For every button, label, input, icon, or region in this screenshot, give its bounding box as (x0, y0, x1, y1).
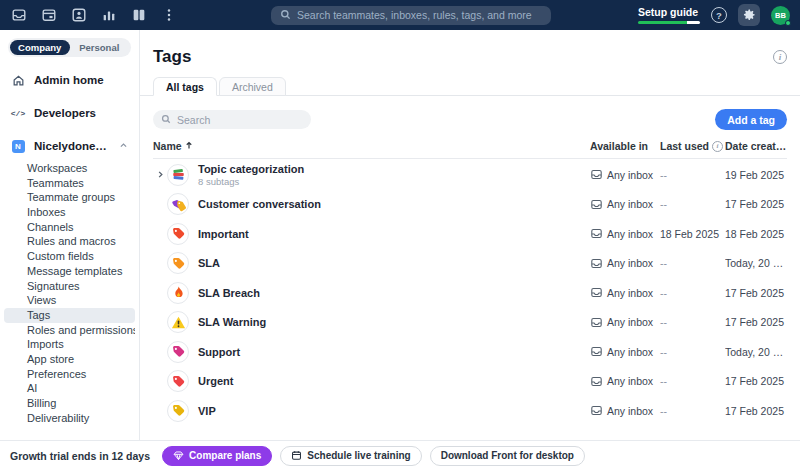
date-created-cell: 18 Feb 2025 (725, 228, 787, 240)
contacts-icon[interactable] (70, 7, 87, 24)
sidebar-item-workspaces[interactable]: Workspaces (4, 161, 135, 176)
available-in-cell: Any inbox (590, 404, 660, 417)
sidebar-item-signatures[interactable]: Signatures (4, 279, 135, 294)
tab-all-tags[interactable]: All tags (153, 77, 217, 96)
last-used-cell: -- (660, 287, 725, 299)
sidebar-item-imports[interactable]: Imports (4, 337, 135, 352)
date-created-cell: 19 Feb 2025 (725, 169, 787, 181)
table-row[interactable]: Topic categorization8 subtagsAny inbox--… (153, 160, 787, 190)
gear-icon[interactable] (738, 4, 760, 26)
workspace-badge: N (11, 139, 25, 153)
sidebar-item-teammates[interactable]: Teammates (4, 176, 135, 191)
books-icon (167, 164, 189, 186)
sidebar-item-ai[interactable]: AI (4, 381, 135, 396)
sidebar-item-rules-and-macros[interactable]: Rules and macros (4, 234, 135, 249)
tag-icon (167, 341, 189, 363)
sidebar-item-admin-home[interactable]: Admin home (0, 70, 139, 90)
tag-name: Important (198, 228, 249, 240)
toggle-company[interactable]: Company (10, 40, 70, 55)
app-window: Search teammates, inboxes, rules, tags, … (0, 0, 800, 470)
global-search-input[interactable]: Search teammates, inboxes, rules, tags, … (271, 6, 551, 25)
available-in-cell: Any inbox (590, 227, 660, 240)
available-in-cell: Any inbox (590, 375, 660, 388)
tag-name: Support (198, 346, 240, 358)
table-row[interactable]: SLA WarningAny inbox--17 Feb 2025 (153, 308, 787, 338)
sidebar-item-tags[interactable]: Tags (4, 308, 135, 323)
sidebar-item-app-store[interactable]: App store (4, 352, 135, 367)
table-row[interactable]: Customer conversationAny inbox--17 Feb 2… (153, 190, 787, 220)
sidebar-item-label: Developers (34, 107, 96, 119)
avatar[interactable]: BB (771, 6, 790, 25)
column-header-date-created[interactable]: Date created (725, 140, 787, 152)
sidebar-item-custom-fields[interactable]: Custom fields (4, 249, 135, 264)
global-search-placeholder: Search teammates, inboxes, rules, tags, … (297, 9, 532, 21)
online-status-dot (785, 20, 791, 26)
available-in-cell: Any inbox (590, 198, 660, 211)
table-row[interactable]: ImportantAny inbox18 Feb 202518 Feb 2025 (153, 219, 787, 249)
table-row[interactable]: SLA BreachAny inbox--17 Feb 2025 (153, 278, 787, 308)
add-tag-button[interactable]: Add a tag (715, 109, 787, 130)
info-icon[interactable]: i (773, 50, 787, 64)
calendar-icon[interactable] (40, 7, 57, 24)
available-in-cell: Any inbox (590, 345, 660, 358)
table-row[interactable]: SLAAny inbox--Today, 20 Feb… (153, 249, 787, 279)
footer-buttons: Compare plansSchedule live trainingDownl… (162, 446, 585, 466)
last-used-cell: -- (660, 405, 725, 417)
tag-name: VIP (198, 405, 216, 417)
setup-guide-button[interactable]: Setup guide (638, 6, 700, 24)
analytics-icon[interactable] (100, 7, 117, 24)
sidebar-workspace-header[interactable]: N Nicelydone Wor... (0, 136, 139, 156)
tag-name: SLA Warning (198, 316, 266, 328)
last-used-cell: 18 Feb 2025 (660, 228, 725, 240)
schedule-live-training-button[interactable]: Schedule live training (280, 446, 421, 466)
help-icon[interactable]: ? (711, 7, 727, 23)
sidebar-item-deliverability[interactable]: Deliverability (4, 411, 135, 426)
more-icon[interactable] (160, 7, 177, 24)
tag-icon (167, 223, 189, 245)
sidebar-item-channels[interactable]: Channels (4, 220, 135, 235)
table-row[interactable]: VIPAny inbox--17 Feb 2025 (153, 396, 787, 426)
sidebar-item-developers[interactable]: </> Developers (0, 103, 139, 123)
sidebar-item-views[interactable]: Views (4, 293, 135, 308)
sidebar-item-message-templates[interactable]: Message templates (4, 264, 135, 279)
inbox-icon (590, 257, 603, 270)
row-expander[interactable] (153, 170, 167, 179)
trial-countdown-text: Growth trial ends in 12 days (10, 450, 150, 462)
available-in-cell: Any inbox (590, 168, 660, 181)
sidebar-item-inboxes[interactable]: Inboxes (4, 205, 135, 220)
sort-arrow-up-icon (185, 140, 193, 152)
last-used-cell: -- (660, 375, 725, 387)
column-header-last-used[interactable]: Last used (660, 140, 709, 152)
fire-icon (167, 282, 189, 304)
button-label: Download Front for desktop (441, 450, 574, 461)
download-front-for-desktop-button[interactable]: Download Front for desktop (430, 446, 585, 466)
table-row[interactable]: UrgentAny inbox--17 Feb 2025 (153, 367, 787, 397)
tags-search-placeholder: Search (177, 114, 210, 126)
tab-archived[interactable]: Archived (219, 77, 286, 96)
date-created-cell: Today, 20 Feb… (725, 346, 787, 358)
column-header-available-in[interactable]: Available in (590, 140, 648, 152)
home-icon (11, 73, 25, 87)
toggle-personal[interactable]: Personal (70, 40, 130, 55)
inbox-icon (590, 168, 603, 181)
button-label: Compare plans (189, 450, 261, 461)
compare-plans-button[interactable]: Compare plans (162, 446, 272, 466)
sidebar-item-teammate-groups[interactable]: Teammate groups (4, 190, 135, 205)
tags-table-body: Topic categorization8 subtagsAny inbox--… (153, 160, 787, 426)
main-content: Tags i All tags Archived Search Add a ta… (140, 30, 800, 440)
warning-icon (167, 311, 189, 333)
sidebar-item-preferences[interactable]: Preferences (4, 367, 135, 382)
tag-name: SLA (198, 257, 220, 269)
inbox-icon[interactable] (10, 7, 27, 24)
table-row[interactable]: SupportAny inbox--Today, 20 Feb… (153, 337, 787, 367)
tag-icon (167, 252, 189, 274)
table-header: Name Available in Last used i Date creat… (153, 141, 787, 159)
sidebar-item-billing[interactable]: Billing (4, 396, 135, 411)
column-header-name[interactable]: Name (153, 140, 182, 152)
last-used-cell: -- (660, 169, 725, 181)
tags-search-input[interactable]: Search (153, 110, 311, 129)
sidebar-item-roles-and-permissions[interactable]: Roles and permissions (4, 323, 135, 338)
kanban-icon[interactable] (130, 7, 147, 24)
date-created-cell: 17 Feb 2025 (725, 287, 787, 299)
gem-icon (173, 450, 184, 461)
